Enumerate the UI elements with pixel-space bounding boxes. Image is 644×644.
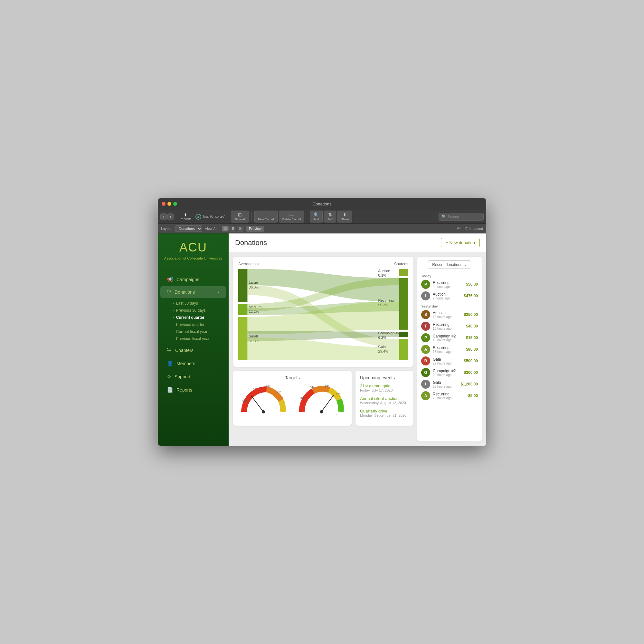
gauge1-4k: $4k — [277, 390, 281, 393]
sidebar-item-chapters[interactable]: 🏛 Chapters — [160, 344, 226, 356]
avatar-y1: T — [421, 322, 430, 331]
avatar-y2: P — [421, 333, 430, 342]
find-label: Find — [313, 218, 319, 221]
donation-type-y1: Recurring — [433, 322, 463, 327]
gauge1-1k: $1k — [242, 399, 247, 402]
donation-type-y6: Gala — [433, 380, 458, 385]
donation-today-0: P Recurring 4 hours ago $50.00 — [421, 280, 478, 289]
layout-bar: Layout: Donations View As: ▤ ☰ ⊞ Preview… — [158, 224, 486, 233]
find-btn[interactable]: 🔍 Find — [310, 211, 323, 223]
donation-amount-y5: $300.00 — [464, 370, 478, 375]
sankey-card: Average size Sources Large 36.0% — [233, 257, 413, 367]
donation-type-y7: Recurring — [433, 392, 466, 396]
events-card: Upcoming events 31st alumni gala Friday,… — [355, 371, 413, 426]
search-box[interactable]: 🔍 Search — [439, 213, 484, 221]
donation-time-0: 4 hours ago — [433, 285, 463, 289]
sidebar-item-donations[interactable]: 🛡 Donations ▾ — [160, 286, 226, 298]
search-placeholder: Search — [448, 215, 459, 219]
event-3-name: Quarterly drive — [360, 409, 409, 413]
chevron-down-icon: ▾ — [218, 290, 220, 294]
total-label: Total (Unsorted) — [203, 215, 225, 218]
bullet-icon: • — [173, 316, 174, 319]
avatar-y6: I — [421, 380, 430, 389]
back-btn[interactable]: ‹ — [160, 213, 167, 220]
gauge-2-svg: $0 $10k $2k $4k $6k $8k — [296, 383, 347, 415]
gauge1-3k: $3k — [266, 384, 270, 387]
donation-type-y5: Campaign #2 — [433, 369, 461, 373]
gauge2-min: $0 — [298, 414, 301, 415]
delete-record-label: Delete Record — [282, 218, 301, 221]
edit-layout-btn[interactable]: Edit Layout — [465, 227, 483, 231]
view-as-label: View As: — [205, 227, 218, 231]
donation-time-y3: 18 hours ago — [433, 350, 463, 354]
sort-btn[interactable]: ⇅ Sort — [324, 211, 336, 223]
event-item-1: 31st alumni gala Friday, July 17, 2020 — [360, 384, 409, 392]
donation-time-1: 7 hours ago — [433, 297, 461, 300]
share-btn[interactable]: ⬆ Share — [337, 211, 352, 223]
gauge1-needle — [251, 396, 263, 412]
bullet-icon: • — [173, 323, 174, 326]
delete-record-btn[interactable]: — Delete Record — [279, 211, 305, 223]
donation-info-y5: Campaign #2 22 hours ago — [433, 369, 461, 377]
donation-yesterday-6: I Gala 23 hours ago $1,200.00 — [421, 380, 478, 389]
gauge2-6k: $6k — [325, 384, 330, 387]
nav-arrows: ‹ › — [160, 213, 174, 220]
sub-last30[interactable]: • Last 30 days — [171, 300, 229, 307]
gauge1-min: $0 — [240, 414, 243, 415]
donation-type-1: Auction — [433, 292, 461, 297]
donation-yesterday-0: S Auction 16 hours ago $250.00 — [421, 310, 478, 319]
sub-prev-quarter[interactable]: • Previous quarter — [171, 321, 229, 328]
preview-btn[interactable]: Preview — [246, 226, 264, 232]
donations-submenu: • Last 30 days • Previous 30 days • Curr… — [158, 298, 229, 344]
sub-current-quarter[interactable]: • Current quarter — [171, 314, 229, 321]
sankey-auction-label: Auction — [378, 269, 390, 273]
sub-prev30-label: Previous 30 days — [176, 308, 206, 313]
gauge2-red-seg — [302, 391, 313, 412]
sidebar: ACU Association of Collegiate Universiti… — [158, 233, 229, 446]
donation-type-y2: Campaign #2 — [433, 334, 463, 338]
search-icon: 🔍 — [314, 212, 319, 217]
gauge-red-seg — [244, 389, 267, 412]
avatar-y4: B — [421, 356, 430, 365]
sidebar-item-reports[interactable]: 📄 Reports — [160, 384, 226, 396]
window-title: Donations — [313, 202, 332, 206]
view-table-btn[interactable]: ⊞ — [237, 226, 243, 232]
sidebar-item-support[interactable]: ⚙ Support — [160, 370, 226, 383]
bullet-icon: • — [173, 309, 174, 312]
show-all-btn[interactable]: ⊞ Show All — [231, 211, 249, 223]
new-donation-button[interactable]: + New donation — [441, 238, 480, 247]
search-icon-tb: 🔍 — [441, 214, 446, 219]
recent-donations-btn[interactable]: Recent donations ⌄ — [428, 260, 471, 269]
sankey-auction-pct: 8.1% — [378, 273, 387, 277]
donation-type-y4: Gala — [433, 357, 461, 362]
minimize-button[interactable] — [167, 202, 171, 206]
sub-current-quarter-label: Current quarter — [176, 315, 204, 320]
new-record-label: New Record — [258, 218, 274, 221]
sub-prev-fiscal[interactable]: • Previous fiscal year — [171, 335, 229, 342]
sep2 — [251, 212, 252, 221]
gauge2-max: $10k — [336, 414, 342, 415]
gauges-row: $0 $5k $1k $2k $3k $4k — [238, 383, 347, 415]
donation-amount-y7: $5.00 — [468, 393, 478, 398]
close-button[interactable] — [162, 202, 166, 206]
forward-btn[interactable]: › — [167, 213, 174, 220]
layout-select[interactable]: Donations — [175, 225, 202, 232]
sub-prev-quarter-label: Previous quarter — [176, 322, 204, 327]
donation-amount-y4: $500.00 — [464, 359, 478, 363]
campaigns-label: Campaigns — [176, 277, 199, 282]
record-number: 1 — [184, 213, 186, 217]
gauge2-2k: $2k — [300, 397, 305, 400]
maximize-button[interactable] — [173, 202, 177, 206]
sidebar-item-campaigns[interactable]: 📢 Campaigns — [160, 273, 226, 286]
donation-info-y0: Auction 16 hours ago — [433, 311, 461, 319]
avatar-i1: I — [421, 291, 430, 300]
page-title: Donations — [235, 239, 267, 247]
new-record-btn[interactable]: + New Record — [254, 211, 278, 223]
sidebar-item-members[interactable]: 👤 Members — [160, 357, 226, 370]
view-form-btn[interactable]: ▤ — [222, 226, 229, 232]
event-2-date: Wednesday, August 12, 2020 — [360, 401, 409, 405]
sub-prev30[interactable]: • Previous 30 days — [171, 307, 229, 314]
view-list-btn[interactable]: ☰ — [230, 226, 236, 232]
layout-label: Layout: — [161, 227, 173, 231]
sub-current-fiscal[interactable]: • Current fiscal year — [171, 328, 229, 335]
